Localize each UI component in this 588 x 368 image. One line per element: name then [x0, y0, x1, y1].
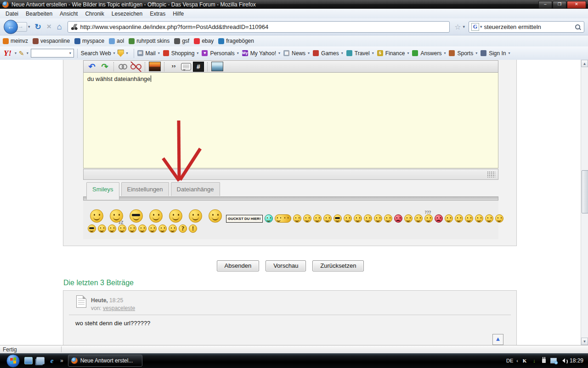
item-dropdown-icon[interactable]: ▾	[506, 51, 513, 55]
menu-item[interactable]: Extras	[146, 10, 169, 18]
yahoo-finance[interactable]: $Finance▾	[377, 50, 412, 57]
mustache-smiley[interactable]	[130, 209, 143, 223]
content-smiley[interactable]	[169, 224, 177, 233]
item-dropdown-icon[interactable]: ▾	[473, 51, 480, 55]
attach-image-icon[interactable]	[211, 62, 223, 71]
scrollbar-thumb[interactable]	[582, 170, 588, 213]
flirt-smiley[interactable]	[148, 224, 157, 233]
address-bar[interactable]	[68, 21, 450, 33]
kaspersky-icon[interactable]: K	[521, 357, 528, 364]
cool-thumb-smiley[interactable]	[88, 224, 96, 233]
internet-explorer-icon[interactable]: e	[48, 357, 56, 364]
menu-item[interactable]: Ansicht	[56, 10, 81, 18]
search-go-icon[interactable]	[575, 24, 580, 29]
shield-icon[interactable]	[118, 50, 124, 57]
power-plug-icon[interactable]	[542, 359, 546, 363]
post-author-link[interactable]: vespaceleste	[103, 305, 135, 311]
excited-smiley[interactable]	[98, 224, 106, 233]
item-dropdown-icon[interactable]: ▾	[405, 51, 411, 55]
thumbs-up-smiley[interactable]	[149, 209, 163, 223]
yahoo-news[interactable]: ▤News▾	[283, 50, 312, 57]
redo-icon[interactable]: ↷	[99, 62, 110, 72]
code-hash-icon[interactable]: #	[193, 62, 204, 72]
uneasy-smiley[interactable]	[138, 224, 147, 233]
search-web-button[interactable]: Search Web	[81, 50, 111, 57]
yahoo-search-input[interactable]: ▾	[31, 49, 74, 58]
update-arrows-icon[interactable]: ↓	[531, 357, 537, 364]
yahoo-travel[interactable]: Travel▾	[346, 50, 376, 57]
toolbar-separator[interactable]	[207, 62, 208, 71]
quote-icon[interactable]: ”	[168, 62, 179, 72]
confused-smiley[interactable]: ???	[424, 214, 433, 223]
smirk-smiley[interactable]	[465, 214, 473, 223]
toolbar-separator[interactable]	[164, 62, 165, 71]
scroll-to-top-button[interactable]: ▲	[492, 334, 503, 345]
comment-icon[interactable]	[181, 63, 191, 70]
minimize-button[interactable]: –	[538, 1, 552, 9]
shield-dropdown-icon[interactable]: ▾	[124, 51, 130, 55]
menu-item[interactable]: Datei	[2, 10, 22, 18]
maximize-button[interactable]: ❐	[553, 1, 566, 9]
yahoo-mail[interactable]: ✉Mail▾	[137, 50, 162, 57]
mad-smiley[interactable]	[404, 214, 413, 223]
cool-smiley[interactable]	[334, 214, 342, 223]
toolbar-separator[interactable]	[113, 62, 114, 71]
bookmark-ebay[interactable]: ebay	[194, 38, 214, 44]
biggrin-smiley[interactable]	[344, 214, 352, 223]
x-eyes-smiley[interactable]	[108, 224, 116, 233]
item-dropdown-icon[interactable]: ▾	[370, 51, 376, 55]
guckst-du-hier-sign[interactable]: GUCKST DU HIER!	[226, 215, 263, 223]
bookmark-ruhrpott-skins[interactable]: ruhrpott skins	[129, 38, 170, 44]
yahoo-personals[interactable]: ♥Personals▾	[202, 50, 241, 57]
item-dropdown-icon[interactable]: ▾	[276, 51, 283, 55]
bookmark-gsf[interactable]: gsf	[174, 38, 189, 44]
party-group-smiley[interactable]	[275, 214, 291, 223]
vertical-scrollbar[interactable]: ▲ ▼	[581, 60, 588, 345]
bookmark-frageboegen[interactable]: fragebögen	[218, 38, 254, 44]
neutral-smiley[interactable]	[374, 214, 382, 223]
show-desktop-icon[interactable]	[24, 357, 33, 364]
language-indicator[interactable]: DE	[506, 358, 513, 363]
item-dropdown-icon[interactable]: ▾	[441, 51, 448, 55]
yahoo-logo[interactable]: Y!	[4, 49, 12, 58]
grin-thumb-smiley[interactable]	[485, 214, 493, 223]
yahoo-search-dropdown-icon[interactable]: ▾	[67, 51, 74, 55]
menu-item[interactable]: Hilfe	[169, 10, 187, 18]
search-input[interactable]	[484, 23, 575, 30]
form-button[interactable]: Zurücksetzen	[312, 260, 364, 271]
item-dropdown-icon[interactable]: ▾	[235, 51, 241, 55]
rolleyes-smiley[interactable]	[384, 214, 392, 223]
cheer-smiley[interactable]	[209, 209, 222, 223]
pencil-dropdown-icon[interactable]: ▾	[24, 51, 31, 55]
thumb-smiley[interactable]	[475, 214, 483, 223]
tongue-smiley[interactable]	[323, 214, 332, 223]
bookmark-meinvz[interactable]: meinvz	[3, 38, 28, 44]
stop-button[interactable]: ×	[44, 22, 54, 31]
tray-expand-icon[interactable]: ‹	[516, 358, 518, 363]
yahoo-my-yahoo[interactable]: MyMy Yahoo!▾	[242, 50, 283, 57]
exclaim-smiley[interactable]: !	[189, 224, 197, 233]
resize-grip-icon[interactable]	[487, 171, 495, 178]
bookmark-myspace[interactable]: myspace	[74, 38, 104, 44]
wink-smiley[interactable]	[313, 214, 322, 223]
firefox-task-button[interactable]: Neue Antwort erstel...	[68, 355, 142, 367]
yahoo-logo-dropdown-icon[interactable]: ▾	[12, 51, 19, 55]
cool-green-smiley[interactable]	[364, 214, 372, 223]
yahoo-answers[interactable]: Answers▾	[412, 50, 448, 57]
peek-smiley[interactable]	[265, 214, 273, 223]
rage-smiley[interactable]	[435, 214, 443, 223]
menu-item[interactable]: Bearbeiten	[22, 10, 56, 18]
remove-link-icon[interactable]	[130, 62, 141, 72]
scrollbar-up-icon[interactable]: ▲	[581, 60, 588, 67]
sad-smiley[interactable]	[303, 214, 311, 223]
swear-smiley[interactable]	[394, 214, 402, 223]
scrollbar-down-icon[interactable]: ▼	[581, 338, 588, 345]
quick-launch-expand-icon[interactable]: »	[60, 357, 63, 364]
item-dropdown-icon[interactable]: ▾	[194, 51, 201, 55]
form-button[interactable]: Vorschau	[266, 260, 306, 271]
window-switcher-icon[interactable]	[36, 357, 45, 364]
insert-image-icon[interactable]	[149, 62, 161, 71]
bookmark-star-icon[interactable]: ☆	[452, 23, 462, 31]
yahoo-sports[interactable]: Sports▾	[449, 50, 480, 57]
smile-smiley[interactable]	[293, 214, 301, 223]
